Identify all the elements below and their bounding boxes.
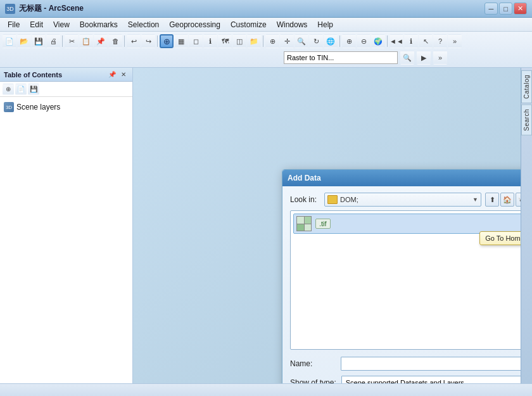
window-controls: ─ □ ✕ (484, 3, 527, 15)
raster-more-btn[interactable]: » (433, 51, 447, 65)
folder-icon (327, 195, 338, 204)
rotate-btn[interactable]: ↻ (309, 34, 323, 48)
table-btn[interactable]: ▦ (174, 34, 188, 48)
look-in-row: Look in: DOM; ▼ ⬆ 🏠 🔌 ▦▼ 📁 🗄 🖥 (290, 193, 532, 207)
toolbar-row-1: 📄 📂 💾 🖨 ✂ 📋 📌 🗑 ↩ ↪ ⊕ ▦ ◻ ℹ 🗺 ◫ 📁 ⊕ ✛ 🔍 … (3, 33, 529, 49)
toolbar-row-2: 🔍 ▶ » (3, 49, 529, 66)
look-in-dropdown[interactable]: DOM; ▼ (324, 193, 481, 207)
catalog-btn[interactable]: 📁 (247, 34, 261, 48)
name-input[interactable] (341, 357, 532, 371)
menu-help[interactable]: Help (312, 19, 338, 30)
identify-btn[interactable]: ℹ (203, 34, 217, 48)
menu-geoprocessing[interactable]: Geoprocessing (164, 19, 225, 30)
home-btn[interactable]: 🏠 (500, 193, 514, 207)
fly-btn[interactable]: 🌐 (324, 34, 338, 48)
back-btn[interactable]: ◄◄ (390, 34, 403, 48)
sidebar-tb3[interactable]: 💾 (28, 84, 39, 95)
sidebar-title: Table of Contents (4, 71, 62, 79)
status-bar (0, 383, 532, 396)
raster-tin-input[interactable] (284, 51, 398, 64)
map-btn[interactable]: 🗺 (218, 34, 232, 48)
menu-selection[interactable]: Selection (123, 19, 164, 30)
menu-file[interactable]: File (3, 19, 25, 30)
del-btn[interactable]: 🗑 (108, 34, 122, 48)
menu-bar: File Edit View Bookmarks Selection Geopr… (0, 18, 532, 32)
zoom-in-btn[interactable]: ⊕ (342, 34, 356, 48)
nav-btn[interactable]: ⊕ (265, 34, 279, 48)
sep1 (62, 35, 63, 47)
name-label: Name: (290, 359, 336, 368)
redo-btn[interactable]: ↪ (141, 34, 155, 48)
select-btn[interactable]: ◻ (189, 34, 203, 48)
sidebar-content: 3D Scene layers (0, 97, 132, 385)
title-bar: 3D 无标题 - ArcScene ─ □ ✕ (0, 0, 532, 18)
app-icon: 3D (5, 4, 15, 14)
more-btn[interactable]: » (448, 34, 462, 48)
menu-customize[interactable]: Customize (225, 19, 272, 30)
copy-btn[interactable]: 📋 (79, 34, 93, 48)
sep5 (339, 35, 340, 47)
sidebar-controls: 📌 ✕ (107, 70, 129, 79)
save-btn[interactable]: 💾 (32, 34, 46, 48)
new-btn[interactable]: 📄 (3, 34, 16, 48)
dropdown-arrow-icon: ▼ (472, 196, 478, 203)
cut-btn[interactable]: ✂ (65, 34, 79, 48)
toolbar-area: 📄 📂 💾 🖨 ✂ 📋 📌 🗑 ↩ ↪ ⊕ ▦ ◻ ℹ 🗺 ◫ 📁 ⊕ ✛ 🔍 … (0, 32, 532, 68)
globe-btn[interactable]: 🌍 (371, 34, 385, 48)
file-item-tif[interactable]: .tif (293, 214, 532, 234)
sidebar-tb2[interactable]: 📄 (15, 84, 27, 95)
sep3 (157, 35, 158, 47)
maximize-button[interactable]: □ (499, 3, 512, 15)
sidebar-toolbar: ⊕ 📄 💾 (0, 82, 132, 97)
scene-layers-icon: 3D (4, 102, 14, 112)
dialog-titlebar: Add Data ✕ (282, 170, 532, 186)
canvas-area: ▶ 溜溜自学 zixue.3d66.com Add Data ✕ Look in… (133, 68, 532, 385)
help-btn[interactable]: ? (433, 34, 447, 48)
dialog-body: Look in: DOM; ▼ ⬆ 🏠 🔌 ▦▼ 📁 🗄 🖥 (282, 186, 532, 396)
add-data-btn[interactable]: ⊕ (160, 34, 174, 48)
menu-view[interactable]: View (48, 19, 75, 30)
zoom-btn[interactable]: 🔍 (294, 34, 308, 48)
sidebar-pin-btn[interactable]: 📌 (107, 70, 117, 79)
sep6 (387, 35, 388, 47)
file-name-badge: .tif (315, 219, 331, 229)
pan-btn[interactable]: ✛ (280, 34, 294, 48)
close-button[interactable]: ✕ (514, 3, 527, 15)
add-data-dialog: Add Data ✕ Look in: DOM; ▼ ⬆ 🏠 🔌 (282, 169, 532, 396)
sep4 (263, 35, 263, 47)
file-grid-icon (296, 216, 312, 231)
dialog-title: Add Data (288, 174, 321, 182)
look-in-text: DOM; (340, 196, 470, 203)
sidebar: Table of Contents 📌 ✕ ⊕ 📄 💾 3D Scene lay… (0, 68, 133, 385)
file-browser[interactable]: .tif Go To Home Folder (290, 210, 532, 350)
sidebar-tb1[interactable]: ⊕ (3, 84, 14, 95)
sidebar-close-btn[interactable]: ✕ (118, 70, 129, 79)
menu-bookmarks[interactable]: Bookmarks (75, 19, 123, 30)
sep2 (124, 35, 125, 47)
scene-layers-item: 3D Scene layers (4, 101, 129, 113)
window-title: 无标题 - ArcScene (19, 3, 484, 14)
search-tab[interactable]: Search (521, 105, 532, 136)
scene-layers-label: Scene layers (16, 103, 60, 112)
open-btn[interactable]: 📂 (17, 34, 31, 48)
sidebar-header: Table of Contents 📌 ✕ (0, 68, 132, 82)
menu-windows[interactable]: Windows (272, 19, 313, 30)
cursor-btn[interactable]: ↖ (419, 34, 433, 48)
up-folder-btn[interactable]: ⬆ (485, 193, 499, 207)
paste-btn[interactable]: 📌 (94, 34, 108, 48)
info-btn[interactable]: ℹ (404, 34, 418, 48)
right-panel: Catalog Search (521, 68, 532, 385)
print-btn[interactable]: 🖨 (46, 34, 60, 48)
look-in-label: Look in: (290, 195, 320, 204)
raster-search-btn[interactable]: 🔍 (400, 51, 414, 65)
layers-btn[interactable]: ◫ (232, 34, 246, 48)
zoom-out-btn[interactable]: ⊖ (357, 34, 370, 48)
minimize-button[interactable]: ─ (484, 3, 498, 15)
menu-edit[interactable]: Edit (25, 19, 48, 30)
catalog-tab[interactable]: Catalog (521, 70, 532, 103)
raster-next-btn[interactable]: ▶ (417, 51, 431, 65)
name-row: Name: Add (290, 356, 532, 371)
undo-btn[interactable]: ↩ (127, 34, 141, 48)
